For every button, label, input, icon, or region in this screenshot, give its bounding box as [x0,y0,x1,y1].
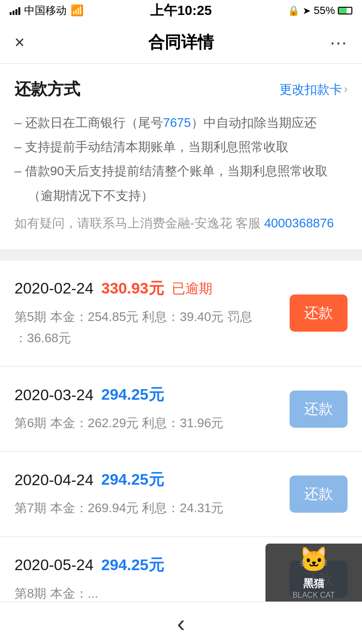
repay-button[interactable]: 还款 [290,476,348,513]
change-card-button[interactable]: 更改扣款卡 › [279,81,348,98]
watermark-line1: 黑猫 [303,576,324,591]
payment-detail: 第7期 本金：269.94元 利息：24.31元 [14,497,290,518]
battery-percent: 55% [314,4,335,17]
payment-row: 2020-03-24 294.25元 第6期 本金：262.29元 利息：31.… [14,384,348,434]
payment-detail: 第8期 本金：... [14,583,290,604]
payment-date: 2020-03-24 [14,386,94,404]
payment-date-row: 2020-02-24 330.93元 已逾期 [14,278,290,299]
signal-icon [10,6,20,15]
payment-left: 2020-04-24 294.25元 第7期 本金：269.94元 利息：24.… [14,469,290,518]
watermark-line2: BLACK CAT [292,591,335,600]
payment-date-row: 2020-05-24 294.25元 [14,555,290,576]
content: 还款方式 更改扣款卡 › – 还款日在工商银行（尾号7675）中自动扣除当期应还… [0,64,362,622]
status-bar: 中国移动 📶 上午10:25 🔒 ➤ 55% [0,0,362,21]
watermark: 🐱 黑猫 BLACK CAT [265,544,362,602]
repay-desc-3: – 借款90天后支持提前结清整个账单，当期利息照常收取 [14,160,348,182]
payment-amount: 330.93元 [101,278,164,299]
battery-icon [338,7,352,14]
payment-amount: 294.25元 [101,384,164,406]
repay-description: – 还款日在工商银行（尾号7675）中自动扣除当期应还 – 支持提前手动结清本期… [14,112,348,206]
repay-desc-4: （逾期情况下不支持） [14,185,348,206]
payment-item-1: 2020-02-24 330.93元 已逾期 第5期 本金：254.85元 利息… [0,261,362,366]
page-title: 合同详情 [148,31,214,54]
location-icon: ➤ [303,5,311,16]
payment-detail: 第6期 本金：262.29元 利息：31.96元 [14,412,290,434]
contact-prefix: 如有疑问，请联系马上消费金融-安逸花 客服 [14,216,261,230]
more-button[interactable]: ··· [330,32,348,53]
status-left: 中国移动 📶 [10,3,84,18]
payment-date: 2020-05-24 [14,556,94,574]
status-time: 上午10:25 [150,1,212,20]
payment-left: 2020-05-24 294.25元 第8期 本金：... [14,555,290,604]
bottom-nav: ‹ [0,602,362,644]
repay-button[interactable]: 还款 [290,391,348,428]
carrier-label: 中国移动 [24,3,67,18]
card-number: 7675 [163,115,191,130]
payment-item-3: 2020-04-24 294.25元 第7期 本金：269.94元 利息：24.… [0,452,362,536]
payment-date-row: 2020-03-24 294.25元 [14,384,290,406]
payment-date-row: 2020-04-24 294.25元 [14,469,290,490]
close-button[interactable]: × [14,32,25,53]
payment-date: 2020-04-24 [14,471,94,489]
payment-left: 2020-02-24 330.93元 已逾期 第5期 本金：254.85元 利息… [14,278,290,349]
repay-desc-2: – 支持提前手动结清本期账单，当期利息照常收取 [14,136,348,157]
back-button[interactable]: ‹ [177,609,185,637]
repay-button[interactable]: 还款 [290,294,348,332]
status-right: 🔒 ➤ 55% [288,4,352,17]
repay-contact: 如有疑问，请联系马上消费金融-安逸花 客服 4000368876 [14,215,348,232]
payment-item-2: 2020-03-24 294.25元 第6期 本金：262.29元 利息：31.… [0,367,362,451]
divider-1 [0,255,362,261]
payment-amount: 294.25元 [101,555,164,576]
contact-phone[interactable]: 4000368876 [264,216,334,230]
lock-icon: 🔒 [288,5,300,16]
payment-left: 2020-03-24 294.25元 第6期 本金：262.29元 利息：31.… [14,384,290,434]
payment-detail: 第5期 本金：254.85元 利息：39.40元 罚息：36.68元 [14,306,290,349]
payment-amount: 294.25元 [101,469,164,490]
repay-title: 还款方式 [14,78,80,100]
change-card-label: 更改扣款卡 [279,81,342,98]
chevron-right-icon: › [344,83,348,96]
repay-method-section: 还款方式 更改扣款卡 › – 还款日在工商银行（尾号7675）中自动扣除当期应还… [0,64,362,249]
payment-date: 2020-02-24 [14,280,94,297]
payment-row: 2020-02-24 330.93元 已逾期 第5期 本金：254.85元 利息… [14,278,348,349]
nav-bar: × 合同详情 ··· [0,21,362,64]
payment-row: 2020-04-24 294.25元 第7期 本金：269.94元 利息：24.… [14,469,348,518]
repay-header: 还款方式 更改扣款卡 › [14,78,348,100]
repay-desc-1: – 还款日在工商银行（尾号7675）中自动扣除当期应还 [14,112,348,133]
overdue-badge: 已逾期 [172,280,212,298]
wifi-icon: 📶 [70,4,84,17]
